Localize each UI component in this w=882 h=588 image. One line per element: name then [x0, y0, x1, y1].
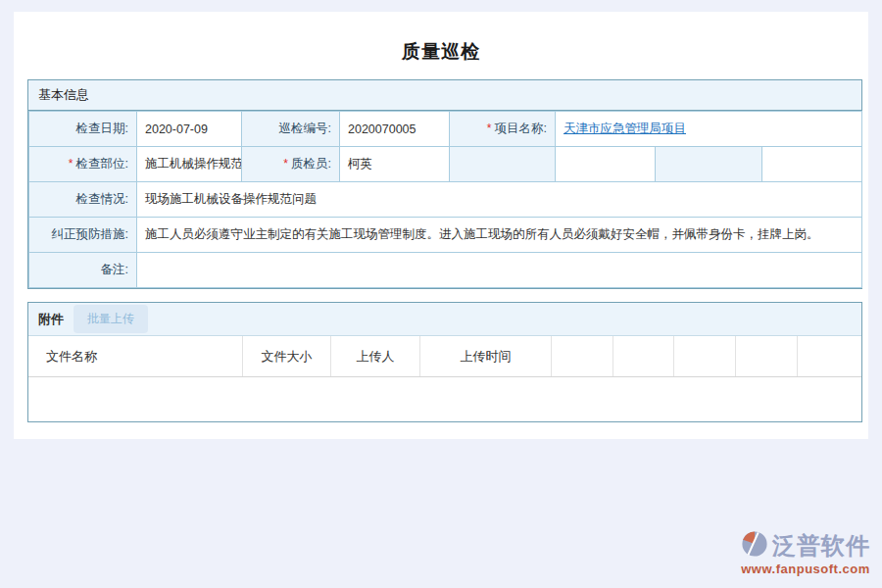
check-date-value: 2020-07-09	[137, 112, 242, 147]
column-empty	[674, 336, 736, 376]
column-uploader: 上传人	[331, 336, 420, 376]
measures-value: 施工人员必须遵守业主制定的有关施工现场管理制度。进入施工现场的所有人员必须戴好安…	[137, 218, 862, 253]
column-file-size: 文件大小	[243, 336, 331, 376]
empty-label-cell	[450, 147, 556, 182]
file-table-header: 文件名称 文件大小 上传人 上传时间	[28, 336, 861, 377]
vendor-watermark: 泛普软件 www.fanpusoft.com	[741, 530, 870, 576]
column-empty	[552, 336, 613, 376]
required-asterisk: *	[487, 122, 492, 135]
brand-url: www.fanpusoft.com	[741, 562, 870, 576]
batch-upload-button[interactable]: 批量上传	[74, 305, 148, 333]
basic-info-section: 基本信息 检查日期: 2020-07-09 巡检编号: 2020070005 *…	[27, 79, 862, 289]
inspector-value: 柯英	[340, 147, 450, 182]
remark-value	[137, 253, 862, 288]
inspector-label: *质检员:	[242, 147, 340, 182]
required-asterisk: *	[283, 157, 288, 171]
required-asterisk: *	[69, 157, 74, 171]
remark-label: 备注:	[29, 253, 137, 288]
column-empty	[798, 336, 861, 376]
empty-label-cell	[656, 147, 762, 182]
page-title: 质量巡检	[0, 39, 882, 65]
patrol-no-label: 巡检编号:	[242, 112, 340, 147]
fanpu-logo-icon	[741, 530, 768, 562]
check-part-label: *检查部位:	[29, 147, 137, 182]
basic-info-header: 基本信息	[28, 80, 861, 111]
project-link[interactable]: 天津市应急管理局项目	[564, 122, 686, 135]
attachments-title: 附件	[38, 311, 64, 328]
empty-value-cell	[762, 147, 862, 182]
table-row: 备注:	[29, 253, 862, 288]
situation-label: 检查情况:	[29, 182, 137, 218]
table-row: 检查日期: 2020-07-09 巡检编号: 2020070005 *项目名称:…	[29, 112, 862, 147]
column-empty	[613, 336, 674, 376]
attachments-section: 附件 批量上传 文件名称 文件大小 上传人 上传时间	[27, 302, 862, 422]
table-row: *检查部位: 施工机械操作规范 *质检员: 柯英	[29, 147, 862, 182]
situation-value: 现场施工机械设备操作规范问题	[137, 182, 862, 218]
brand-name: 泛普软件	[772, 531, 870, 561]
column-upload-time: 上传时间	[420, 336, 552, 376]
project-name-label: *项目名称:	[450, 112, 556, 147]
column-empty	[736, 336, 798, 376]
table-row: 纠正预防措施: 施工人员必须遵守业主制定的有关施工现场管理制度。进入施工现场的所…	[29, 218, 862, 253]
project-name-value: 天津市应急管理局项目	[556, 112, 862, 147]
column-file-name: 文件名称	[28, 336, 243, 376]
attachments-header: 附件 批量上传	[28, 303, 861, 336]
check-part-value: 施工机械操作规范	[137, 147, 242, 182]
patrol-no-value: 2020070005	[340, 112, 450, 147]
table-row: 检查情况: 现场施工机械设备操作规范问题	[29, 182, 862, 218]
check-date-label: 检查日期:	[29, 112, 137, 147]
measures-label: 纠正预防措施:	[29, 218, 137, 253]
empty-value-cell	[556, 147, 656, 182]
basic-info-table: 检查日期: 2020-07-09 巡检编号: 2020070005 *项目名称:…	[28, 111, 862, 288]
